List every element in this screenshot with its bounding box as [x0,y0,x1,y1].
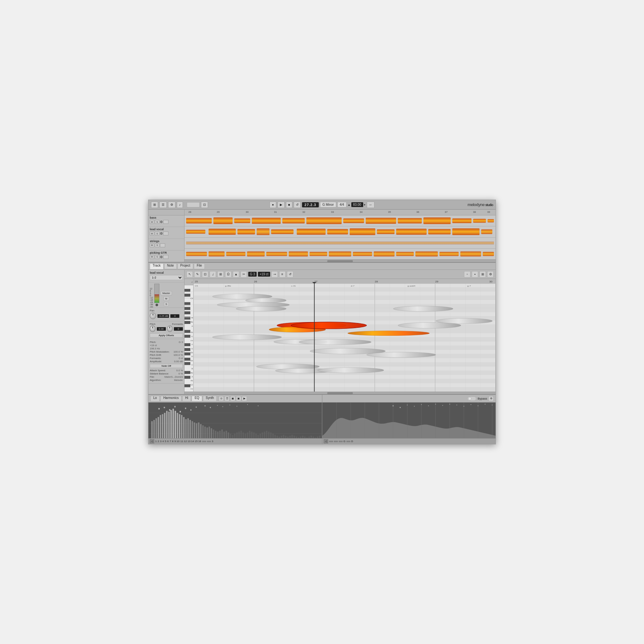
eq-ctrl-r5[interactable] [346,441,350,442]
mute-btn-strings[interactable]: M [150,243,154,247]
eq-ctrl-r1[interactable]: ◁ [324,439,328,443]
pan-value2[interactable]: 0 [170,314,179,318]
pr-tool-snap[interactable]: ⊸ [271,271,278,278]
loop-btn[interactable]: ↺ [294,202,301,208]
pr-tool-loop[interactable]: ↺ [287,271,293,278]
mute-btn-gtr[interactable]: M [150,255,154,259]
track-label-strings: strings M S [148,239,184,251]
bottom-settings-btn[interactable]: ⚙ [488,396,494,401]
record-btn[interactable]: ● [270,202,276,208]
stop-btn[interactable]: ■ [286,202,292,208]
eq-chart-right[interactable]: C D E F G A B C C C C C C C C [322,403,496,444]
eq-ctrl-1[interactable]: ◁ [150,439,154,443]
svg-text:Bb: Bb [191,372,193,374]
tab-eq[interactable]: EQ [192,396,202,402]
tool-btn-person[interactable]: ♪ [177,202,183,208]
waveform-lead[interactable] [185,226,496,237]
tab-note[interactable]: Note [164,263,177,269]
record-dot-lead[interactable] [160,232,163,235]
mute-btn-lead[interactable]: M [150,232,154,235]
pan-knob[interactable] [150,313,156,319]
pr-settings[interactable]: ⚙ [487,271,494,278]
tool-btn-grid[interactable]: ⊞ [151,202,158,208]
waveform-strings[interactable] [185,238,496,249]
master-btn[interactable]: Master [161,291,172,295]
pr-tool-pitch[interactable]: ♩ [210,271,216,278]
eq-icon2[interactable]: ☰ [224,396,230,401]
play-btn[interactable]: ▶ [278,202,285,208]
eq-ctrl-box2[interactable] [207,441,211,442]
key-display[interactable]: G Minor [320,202,336,207]
pitch-knob[interactable] [150,326,156,332]
pitch-value[interactable]: 0.00 [157,327,166,331]
solo-btn-gtr[interactable]: S [155,255,159,259]
track-controls-strings: M S [150,243,183,247]
scroll-thumb[interactable] [327,260,353,262]
formants-value[interactable]: 0 [174,327,183,331]
svg-text:B: B [192,368,193,370]
pr-tool-sep[interactable]: ✂ [241,271,247,278]
tab-harmonics[interactable]: Harmonics [160,396,182,402]
stretch-btn[interactable]: ↔ [367,202,374,208]
pr-tool-form[interactable]: Ω [225,271,232,278]
pr-tool-q[interactable]: ≡ [279,271,286,278]
formants-ct: 0 ct [179,357,183,360]
eq-icon3[interactable]: ▣ [230,396,235,401]
pr-tool-time[interactable]: ⊞ [217,271,224,278]
tool-btn-stack[interactable]: ⊡ [201,202,208,208]
tab-project[interactable]: Project [177,263,193,269]
solo-btn-lead[interactable]: S [155,232,159,235]
waveform-bass[interactable] [185,215,496,226]
ruler-29: 29 [217,211,220,213]
eq-ctrl-r3[interactable] [334,441,338,442]
piano-grid-area[interactable]: 25 26 27 28 29 30 C5 g-/Bb c-/G d-7 g-ad… [194,279,496,392]
tab-track[interactable]: Track [150,263,164,269]
waveform-gtr[interactable] [185,249,496,260]
pr-view-2[interactable]: ▪ [472,271,478,278]
transport-slider[interactable] [187,202,200,207]
app-logo: melodyne studio [468,202,493,207]
pr-tool-select[interactable]: ⊡ [202,271,208,278]
pan-value[interactable]: -3.25 dB [157,314,169,318]
note-off-btn[interactable]: Note Off [150,364,183,368]
pr-tool-amp[interactable]: ▲ [233,271,239,278]
pr-tool-pencil[interactable]: ✎ [194,271,201,278]
solo-btn-strings[interactable]: S [155,243,159,247]
pitch-section: Pitch Formants 0.00 0 Apply Offsets [148,321,184,339]
eq-chart-left[interactable]: 1 3 5 7 9 11 13 15 18 21 24 28 32 40 [148,403,322,444]
pr-view-1[interactable]: ▫ [464,271,470,278]
tool-btn-settings[interactable]: ⚙ [168,202,175,208]
eq-icon5[interactable]: ▶ [242,396,247,401]
ruler-35: 35 [388,211,391,213]
tool-btn-list[interactable]: ☰ [159,202,167,208]
bypass-toggle[interactable] [467,396,476,401]
apply-offsets-btn[interactable]: Apply Offsets [150,333,183,337]
formants-knob[interactable] [167,326,173,332]
mute-btn-bass[interactable]: M [150,220,154,224]
tab-file[interactable]: File [194,263,205,269]
tab-synth[interactable]: Synth [203,396,217,402]
eq-ctrl-box1[interactable] [202,441,206,442]
eq-icon4[interactable]: ▣ [236,396,241,401]
pr-view-3[interactable]: ⊞ [479,271,486,278]
pr-scroll-thumb[interactable] [327,392,353,394]
solo-btn-bass[interactable]: S [155,220,159,224]
svg-point-174 [169,409,170,411]
pr-tool-arrow[interactable]: ↖ [186,271,193,278]
svg-rect-21 [377,230,395,234]
record-dot-gtr[interactable] [160,256,163,258]
pr-hscroll[interactable] [185,392,496,394]
multitrack-hscroll[interactable] [185,260,496,262]
eq-icon1[interactable]: ⊙ [219,396,224,401]
eq-ctrl-r2[interactable] [329,441,333,442]
tab-lo[interactable]: Lo [150,396,160,402]
tab-hi[interactable]: Hi [182,396,191,402]
timesig-display[interactable]: 4/4 [337,202,346,207]
tempo-display[interactable]: 83.00 [351,202,363,207]
svg-rect-10 [452,218,472,223]
eq-ctrl-r4[interactable] [339,441,343,442]
record-dot-bass[interactable] [160,221,163,223]
s-btn[interactable]: S [164,302,169,306]
m-btn[interactable]: M [164,297,169,301]
channel-select[interactable]: 1-2 [150,275,183,280]
